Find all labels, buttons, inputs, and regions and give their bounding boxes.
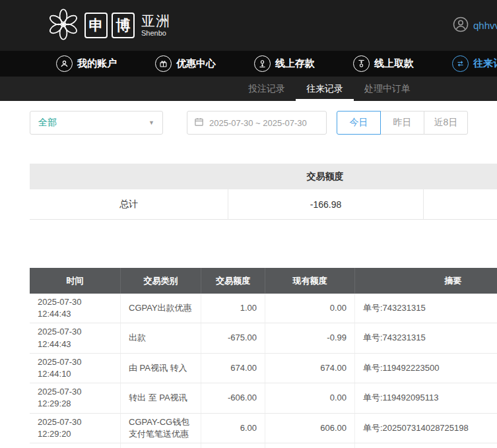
nav-item-label: 线上存款 [275, 57, 315, 70]
cell-amount: -675.00 [201, 323, 265, 352]
user-icon [56, 55, 73, 72]
nav-item-label: 线上取款 [374, 57, 414, 70]
nav-item-transaction-records[interactable]: 往来记录 [433, 55, 497, 72]
col-header-type: 交易类别 [121, 268, 201, 294]
tab-transaction-records[interactable]: 往来记录 [296, 77, 354, 101]
table-row: 2025-07-30 12:44:10 由 PA视讯 转入 674.00 674… [30, 354, 497, 383]
nav-item-promo-center[interactable]: 优惠中心 [136, 55, 235, 72]
logo-flower-icon [46, 7, 81, 44]
summary-header-row: 交易额度 [30, 164, 497, 189]
last-8-days-button[interactable]: 近8日 [424, 111, 468, 135]
cell-time: 2025-07-30 12:29:20 [30, 414, 121, 443]
cell-summary: 单号:743231315 [355, 323, 497, 352]
cell-balance: 606.00 [265, 414, 355, 443]
table-header-row: 时间 交易类别 交易额度 现有额度 摘要 [30, 268, 497, 294]
filter-bar: 全部 ▼ 2025-07-30 ~ 2025-07-30 今日 昨日 近8日 [30, 111, 497, 135]
cell-type: 转出 至 PA视讯 [121, 383, 201, 412]
table-row: 2025-07-30 12:29:28 转出 至 PA视讯 -606.00 0.… [30, 383, 497, 413]
cell-amount: 600.00 [201, 443, 265, 448]
summary-table: 交易额度 总计 -166.98 [30, 164, 497, 220]
col-header-balance: 现有额度 [265, 268, 355, 294]
today-button[interactable]: 今日 [337, 111, 381, 135]
cell-balance: -0.99 [265, 323, 355, 352]
logo-text: 亚洲 Shenbo [141, 13, 170, 38]
page: 申 博 亚洲 Shenbo qhhvv [0, 0, 497, 448]
chevron-down-icon: ▼ [149, 119, 154, 126]
calendar-icon [194, 117, 204, 129]
nav-item-label: 优惠中心 [176, 57, 216, 70]
nav-item-label: 往来记录 [473, 57, 497, 70]
table-row: 2025-07-30 12:29:20 CGPAY-CG钱包支付笔笔送优惠 6.… [30, 414, 497, 443]
site-logo[interactable]: 申 博 亚洲 Shenbo [46, 7, 170, 44]
yesterday-button[interactable]: 昨日 [380, 111, 424, 135]
tab-processing-orders[interactable]: 处理中订单 [354, 77, 421, 101]
cell-type: 由 PA视讯 转入 [121, 354, 201, 383]
table-row: 2025-07-30 12:29:20 CGPAY支付 600.00 600.0… [30, 443, 497, 448]
record-tabs: 投注记录 往来记录 处理中订单 [0, 77, 497, 101]
cell-summary: 单号:119492095113 [355, 383, 497, 412]
main-nav: 我的账户 优惠中心 线上存款 [0, 51, 497, 77]
cell-amount: 1.00 [201, 294, 265, 323]
cell-amount: -606.00 [201, 383, 265, 412]
user-account[interactable]: qhhvv [453, 0, 497, 51]
deposit-icon [254, 55, 271, 72]
summary-total-value: -166.98 [228, 189, 424, 219]
top-header: 申 博 亚洲 Shenbo qhhvv [0, 0, 497, 51]
cell-time: 2025-07-30 12:44:10 [30, 354, 121, 383]
cell-type: 出款 [121, 323, 201, 352]
type-select[interactable]: 全部 ▼ [30, 111, 163, 135]
table-row: 2025-07-30 12:44:43 CGPAY出款优惠 1.00 0.00 … [30, 294, 497, 323]
username-text: qhhvv [473, 20, 497, 31]
nav-item-my-account[interactable]: 我的账户 [37, 55, 136, 72]
date-range-picker[interactable]: 2025-07-30 ~ 2025-07-30 [187, 111, 327, 135]
cell-balance: 600.00 [265, 443, 355, 448]
col-header-amount: 交易额度 [201, 268, 265, 294]
cell-summary: 单号:202507314028725198 [355, 414, 497, 443]
cell-type: CGPAY支付 [121, 443, 201, 448]
summary-total-label: 总计 [30, 199, 228, 210]
cell-amount: 6.00 [201, 414, 265, 443]
cell-time: 2025-07-30 12:29:28 [30, 383, 121, 412]
cell-balance: 674.00 [265, 354, 355, 383]
cell-type: CGPAY-CG钱包支付笔笔送优惠 [121, 414, 201, 443]
cell-balance: 0.00 [265, 294, 355, 323]
withdraw-icon [353, 55, 370, 72]
cell-summary: 单号:119492223500 [355, 354, 497, 383]
cell-balance: 0.00 [265, 383, 355, 412]
table-row: 2025-07-30 12:44:43 出款 -675.00 -0.99 单号:… [30, 323, 497, 353]
summary-total-row: 总计 -166.98 [30, 189, 497, 220]
nav-item-online-withdraw[interactable]: 线上取款 [334, 55, 433, 72]
cell-summary: 单号:202507314028725198 [355, 443, 497, 448]
cell-type: CGPAY出款优惠 [121, 294, 201, 323]
logo-region-text: 亚洲 [141, 13, 170, 29]
quick-date-buttons: 今日 昨日 近8日 [337, 111, 468, 135]
date-range-value: 2025-07-30 ~ 2025-07-30 [209, 118, 307, 128]
cell-summary: 单号:743231315 [355, 294, 497, 323]
summary-header-amount: 交易额度 [228, 171, 422, 183]
logo-char-box: 申 [84, 13, 108, 38]
logo-char-box: 博 [112, 13, 135, 38]
tab-bet-records[interactable]: 投注记录 [238, 77, 296, 101]
cell-amount: 674.00 [201, 354, 265, 383]
user-avatar-icon [453, 16, 469, 35]
col-header-summary: 摘要 [355, 268, 497, 294]
records-table: 时间 交易类别 交易额度 现有额度 摘要 2025-07-30 12:44:43… [30, 268, 497, 448]
logo-subtitle: Shenbo [141, 29, 170, 38]
gift-icon [155, 55, 172, 72]
cell-time: 2025-07-30 12:29:20 [30, 443, 121, 448]
nav-item-online-deposit[interactable]: 线上存款 [235, 55, 334, 72]
cell-time: 2025-07-30 12:44:43 [30, 294, 121, 323]
nav-item-label: 我的账户 [77, 57, 117, 70]
exchange-icon [452, 55, 469, 72]
type-select-value: 全部 [38, 117, 57, 129]
cell-time: 2025-07-30 12:44:43 [30, 323, 121, 352]
col-header-time: 时间 [30, 268, 121, 294]
